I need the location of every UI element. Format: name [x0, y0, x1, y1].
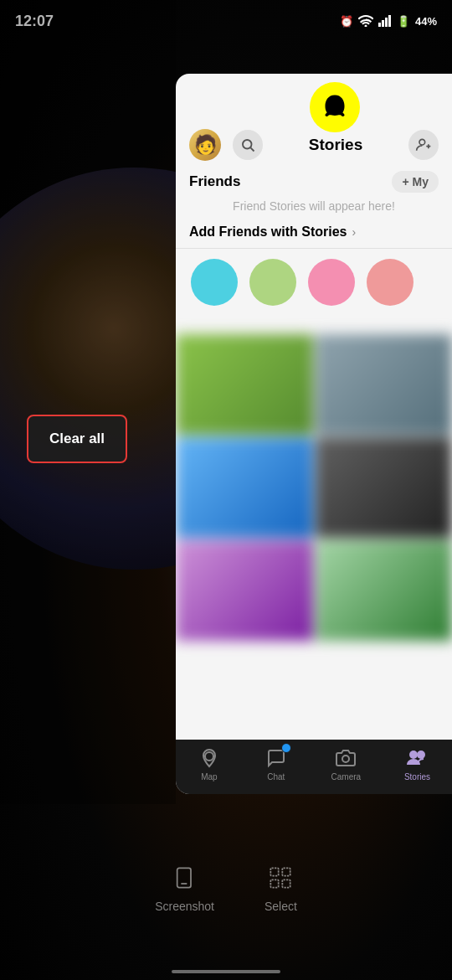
screenshot-label: Screenshot — [155, 900, 214, 913]
clear-all-button[interactable]: Clear all — [27, 415, 127, 463]
svg-line-5 — [250, 147, 254, 151]
chat-badge — [281, 743, 291, 753]
screenshot-button[interactable]: Screenshot — [155, 866, 214, 913]
dim-overlay — [0, 0, 176, 804]
avatar-circle-3 — [308, 259, 355, 306]
signal-icon — [378, 15, 392, 27]
story-cell-1[interactable] — [176, 334, 313, 435]
user-avatar[interactable]: 🧑 — [189, 129, 221, 161]
map-nav-label: Map — [201, 772, 217, 781]
svg-rect-18 — [283, 879, 290, 887]
story-avatar-3[interactable] — [306, 259, 357, 324]
select-button[interactable]: Select — [265, 866, 297, 913]
svg-point-4 — [243, 140, 252, 149]
search-icon — [240, 137, 255, 152]
add-person-icon — [415, 137, 432, 153]
svg-rect-2 — [385, 18, 388, 27]
svg-point-12 — [417, 750, 425, 759]
status-icons: ⏰ 🔋 44% — [340, 15, 437, 28]
nav-item-camera[interactable]: Camera — [331, 746, 362, 781]
select-label: Select — [265, 900, 297, 913]
svg-point-11 — [409, 750, 418, 759]
map-icon — [199, 748, 219, 768]
avatar-circle-2 — [249, 259, 296, 306]
avatar-circle-4 — [367, 259, 413, 306]
svg-rect-3 — [388, 15, 391, 27]
friends-section: Friends + My — [176, 161, 452, 196]
svg-rect-16 — [283, 868, 290, 875]
friend-stories-placeholder: Friend Stories will appear here! — [176, 196, 452, 219]
battery-percentage: 44% — [415, 15, 437, 28]
screenshot-icon — [173, 866, 197, 895]
my-story-button[interactable]: + My — [392, 171, 439, 193]
svg-point-9 — [205, 752, 213, 761]
screenshot-svg-icon — [173, 866, 197, 890]
snapchat-logo-circle — [310, 82, 360, 132]
story-cell-6[interactable] — [316, 540, 453, 641]
story-avatar-1[interactable] — [189, 259, 239, 324]
chat-nav-icon — [265, 746, 288, 770]
friends-label: Friends — [189, 173, 240, 190]
map-nav-icon — [198, 746, 221, 770]
svg-rect-15 — [271, 868, 279, 875]
battery-icon: 🔋 — [397, 15, 410, 28]
bottom-actions: Screenshot Select — [0, 866, 452, 913]
wifi-icon — [358, 15, 373, 27]
nav-item-chat[interactable]: Chat — [265, 746, 288, 781]
chat-nav-label: Chat — [267, 772, 285, 781]
snapchat-panel: 🧑 Stories Friends + My F — [176, 74, 452, 794]
alarm-icon: ⏰ — [340, 15, 353, 28]
camera-nav-icon — [334, 746, 357, 770]
stories-grid — [176, 331, 452, 644]
select-icon — [269, 866, 292, 895]
svg-rect-0 — [378, 23, 381, 27]
svg-point-10 — [342, 756, 349, 762]
stories-nav-icon — [405, 746, 429, 770]
divider — [176, 248, 452, 249]
camera-icon — [336, 748, 356, 768]
nav-item-map[interactable]: Map — [198, 746, 221, 781]
home-indicator — [172, 970, 280, 973]
story-cell-5[interactable] — [176, 540, 313, 641]
svg-rect-1 — [382, 20, 384, 27]
add-friends-row[interactable]: Add Friends with Stories › — [176, 219, 452, 245]
my-story-label: + My — [402, 175, 429, 188]
story-cell-2[interactable] — [316, 334, 453, 435]
search-button[interactable] — [233, 130, 263, 160]
add-friends-text: Add Friends with Stories — [189, 224, 347, 240]
ghost-icon — [320, 92, 350, 122]
select-svg-icon — [269, 866, 292, 890]
clear-all-label: Clear all — [49, 431, 105, 447]
panel-title: Stories — [309, 136, 362, 154]
chevron-right-icon: › — [352, 225, 356, 239]
camera-nav-label: Camera — [331, 772, 362, 781]
stories-icon — [406, 748, 428, 768]
nav-item-stories[interactable]: Stories — [404, 746, 430, 781]
bottom-nav: Map Chat Camera — [176, 740, 452, 794]
story-cell-3[interactable] — [176, 437, 313, 538]
stories-nav-label: Stories — [404, 772, 430, 781]
svg-point-6 — [419, 139, 425, 145]
story-cell-4[interactable] — [316, 437, 453, 538]
story-avatar-4[interactable] — [365, 259, 415, 324]
add-friend-button[interactable] — [408, 130, 439, 160]
svg-rect-17 — [271, 879, 279, 887]
story-avatar-2[interactable] — [248, 259, 298, 324]
story-avatars-row — [176, 252, 452, 331]
snapchat-logo-container — [310, 82, 360, 132]
header-left: 🧑 — [189, 129, 263, 161]
bitmoji-icon: 🧑 — [194, 134, 217, 156]
avatar-circle-1 — [191, 259, 238, 306]
svg-rect-13 — [177, 868, 190, 887]
